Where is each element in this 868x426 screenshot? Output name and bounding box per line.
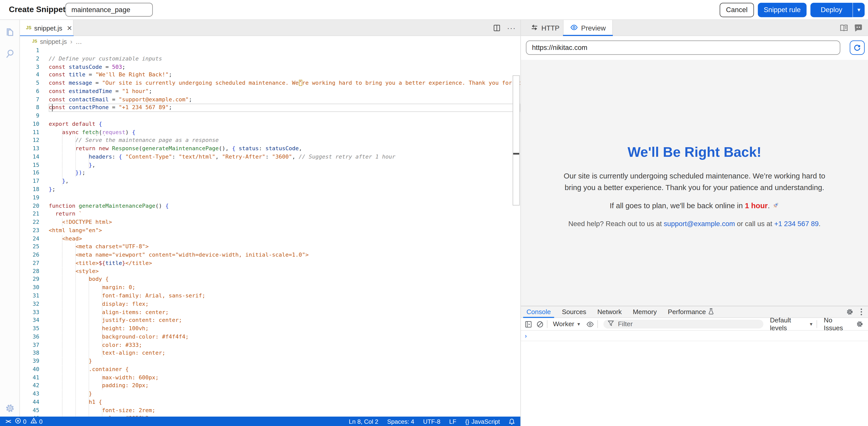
code-line[interactable]: 7const contactEmail = "support@example.c…: [20, 95, 520, 104]
code-line[interactable]: 23<html lang="en">: [20, 227, 520, 235]
tab-http[interactable]: HTTP: [525, 20, 565, 36]
indentation-setting[interactable]: Spaces: 4: [387, 418, 414, 425]
code-line[interactable]: 17 },: [20, 177, 520, 186]
editor-scrollbar[interactable]: [513, 75, 520, 205]
code-line[interactable]: 41 max-width: 600px;: [20, 374, 520, 382]
tab-network[interactable]: Network: [592, 306, 627, 318]
split-editor-icon[interactable]: [493, 24, 500, 32]
code-line[interactable]: 24 <head>: [20, 235, 520, 243]
snippet-rule-button[interactable]: Snippet rule: [758, 3, 807, 17]
deploy-button[interactable]: Deploy: [810, 3, 852, 17]
live-expression-eye-icon[interactable]: [586, 321, 594, 327]
code-line[interactable]: 34 justify-content: center;: [20, 316, 520, 324]
code-line[interactable]: 8const contactPhone = "+1 234 567 89";: [20, 104, 520, 112]
code-line[interactable]: 25 <meta charset="UTF-8">: [20, 243, 520, 251]
code-line[interactable]: 13 return new Response(generateMaintenan…: [20, 145, 520, 153]
issues-counter[interactable]: No Issues: [824, 316, 851, 332]
settings-gear-icon[interactable]: [4, 402, 16, 415]
code-line[interactable]: 43 }: [20, 390, 520, 398]
code-line[interactable]: 38 text-align: center;: [20, 349, 520, 357]
code-line[interactable]: 19: [20, 194, 520, 202]
code-line[interactable]: 36 background-color: #f4f4f4;: [20, 333, 520, 341]
code-line[interactable]: 9: [20, 112, 520, 120]
notifications-bell-icon[interactable]: [509, 418, 515, 425]
tab-preview[interactable]: Preview: [563, 20, 613, 36]
code-line[interactable]: 46 color: #0056b3;: [20, 415, 520, 417]
tab-console[interactable]: Console: [521, 306, 556, 318]
code-token: `: [79, 211, 82, 217]
search-icon[interactable]: [4, 48, 16, 60]
code-line[interactable]: 37 color: #333;: [20, 341, 520, 349]
code-line[interactable]: 2// Define your customizable inputs: [20, 55, 520, 63]
devtools-settings-icon[interactable]: [846, 308, 854, 316]
docs-book-icon[interactable]: [840, 24, 848, 32]
breadcrumb-file[interactable]: snippet.js: [40, 38, 67, 45]
console-log-area[interactable]: ›: [521, 331, 868, 426]
log-levels-select[interactable]: Default levels▼: [770, 316, 813, 332]
console-filter[interactable]: [603, 320, 763, 329]
files-icon[interactable]: [4, 26, 16, 38]
discord-icon[interactable]: [854, 24, 863, 32]
kebab-menu-icon[interactable]: [860, 308, 863, 316]
console-input-row[interactable]: ›: [521, 331, 868, 341]
tab-performance[interactable]: Performance: [662, 306, 719, 318]
tab-snippet-js[interactable]: JS snippet.js ✕: [20, 20, 73, 36]
execution-context-select[interactable]: Worker▼: [553, 320, 581, 328]
code-line[interactable]: 6const estimatedTime = "1 hour";: [20, 87, 520, 95]
code-line[interactable]: 4const title = "We'll Be Right Back!";: [20, 71, 520, 79]
code-line[interactable]: 5const message = "Our site is currently …: [20, 79, 520, 87]
support-email-link[interactable]: support@example.com: [664, 220, 735, 228]
code-line[interactable]: 20function generateMaintenancePage() {: [20, 202, 520, 210]
code-line[interactable]: 31 font-family: Arial, sans-serif;: [20, 292, 520, 300]
code-line[interactable]: 10export default {: [20, 120, 520, 128]
remote-indicator-icon[interactable]: ><: [0, 418, 15, 424]
code-line[interactable]: 22 <!DOCTYPE html>: [20, 218, 520, 226]
code-line[interactable]: 30 margin: 0;: [20, 284, 520, 292]
code-line[interactable]: 11 async fetch(request) {: [20, 128, 520, 136]
code-line[interactable]: 28 <style>: [20, 267, 520, 276]
console-settings-icon[interactable]: [856, 320, 864, 328]
code-line[interactable]: 14 headers: { "Content-Type": "text/html…: [20, 153, 520, 161]
code-line[interactable]: 33 align-items: center;: [20, 308, 520, 316]
code-line[interactable]: 44 h1 {: [20, 398, 520, 406]
tab-sources[interactable]: Sources: [556, 306, 592, 318]
code-line[interactable]: 35 height: 100vh;: [20, 325, 520, 333]
more-actions-icon[interactable]: ···: [507, 24, 516, 32]
phone-link[interactable]: +1 234 567 89: [774, 220, 818, 228]
language-mode[interactable]: {}JavaScript: [465, 418, 500, 425]
clear-console-icon[interactable]: [536, 320, 544, 328]
code-line[interactable]: 29 body {: [20, 276, 520, 284]
code-line[interactable]: 26 <meta name="viewport" content="width=…: [20, 251, 520, 259]
code-line[interactable]: 15 },: [20, 161, 520, 169]
cursor-position[interactable]: Ln 8, Col 2: [349, 418, 378, 425]
code-line[interactable]: 3const statusCode = 503;: [20, 63, 520, 71]
code-line[interactable]: 40 .container {: [20, 366, 520, 374]
refresh-button[interactable]: [849, 40, 865, 55]
code-line[interactable]: 12 // Serve the maintenance page as a re…: [20, 137, 520, 145]
tab-memory[interactable]: Memory: [627, 306, 662, 318]
code-line[interactable]: 39 }: [20, 358, 520, 366]
code-line[interactable]: 1: [20, 47, 520, 55]
code-line[interactable]: 18};: [20, 186, 520, 194]
close-tab-icon[interactable]: ✕: [67, 24, 72, 32]
console-sidebar-icon[interactable]: [525, 320, 532, 328]
eol-setting[interactable]: LF: [449, 418, 456, 425]
cancel-button[interactable]: Cancel: [720, 3, 754, 17]
code-line[interactable]: 21 return `: [20, 210, 520, 218]
code-line[interactable]: 32 display: flex;: [20, 300, 520, 308]
code-line[interactable]: 16 });: [20, 169, 520, 177]
breadcrumb-more[interactable]: …: [75, 38, 82, 45]
code-token: :: [266, 153, 272, 160]
code-line[interactable]: 42 padding: 20px;: [20, 382, 520, 390]
problems-indicator[interactable]: 0 0: [15, 418, 42, 425]
code-editor[interactable]: ··· 12// Define your customizable inputs…: [20, 47, 520, 417]
code-token: ;: [149, 88, 152, 94]
code-line[interactable]: 45 font-size: 2rem;: [20, 406, 520, 415]
snippet-name-input[interactable]: [65, 3, 153, 17]
code-line[interactable]: 27 <title>${title}</title>: [20, 259, 520, 267]
breadcrumb[interactable]: JS snippet.js › …: [20, 36, 520, 47]
filter-input[interactable]: [617, 320, 752, 329]
encoding-setting[interactable]: UTF-8: [423, 418, 440, 425]
preview-url-input[interactable]: [526, 40, 840, 55]
deploy-dropdown-button[interactable]: ▼: [852, 3, 865, 17]
